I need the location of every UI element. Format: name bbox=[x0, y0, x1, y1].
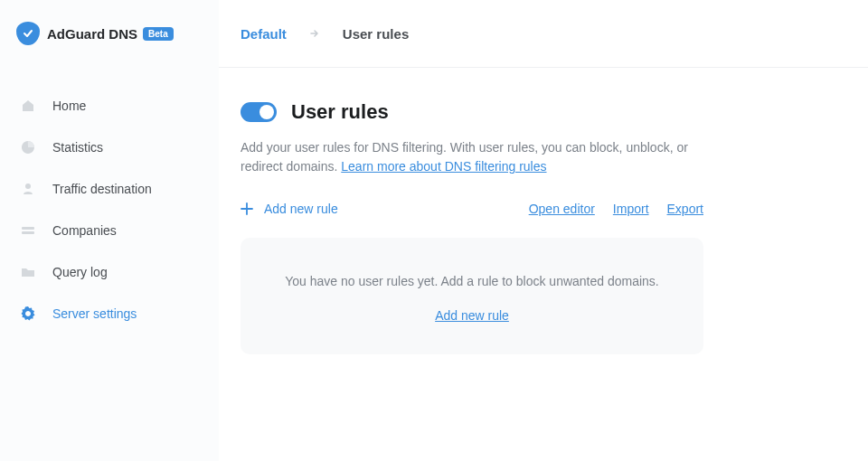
right-actions: Open editor Import Export bbox=[529, 202, 703, 216]
plus-icon bbox=[241, 202, 253, 215]
sidebar-nav: Home Statistics Traffic destination Comp… bbox=[0, 71, 219, 334]
page-title: User rules bbox=[291, 100, 389, 124]
sidebar-item-home[interactable]: Home bbox=[0, 85, 219, 127]
export-link[interactable]: Export bbox=[667, 202, 703, 216]
sidebar-item-label: Home bbox=[52, 99, 86, 113]
home-icon bbox=[20, 98, 36, 114]
title-row: User rules bbox=[241, 100, 703, 124]
content: User rules Add your user rules for DNS f… bbox=[219, 68, 725, 376]
sidebar-item-label: Statistics bbox=[52, 140, 103, 155]
beta-badge: Beta bbox=[143, 27, 174, 41]
page-description: Add your user rules for DNS filtering. W… bbox=[241, 138, 703, 176]
add-new-rule-button[interactable]: Add new rule bbox=[241, 202, 338, 216]
lines-icon bbox=[20, 222, 36, 239]
actions-row: Add new rule Open editor Import Export bbox=[241, 202, 703, 216]
add-new-rule-label: Add new rule bbox=[264, 202, 338, 216]
sidebar: AdGuard DNS Beta Home Statistics Traffic… bbox=[0, 0, 219, 461]
sidebar-item-statistics[interactable]: Statistics bbox=[0, 127, 219, 168]
breadcrumb: Default User rules bbox=[219, 0, 868, 68]
empty-state-card: You have no user rules yet. Add a rule t… bbox=[241, 238, 703, 354]
sidebar-item-server-settings[interactable]: Server settings bbox=[0, 293, 219, 334]
empty-add-rule-link[interactable]: Add new rule bbox=[435, 308, 509, 323]
cloud-check-icon bbox=[16, 22, 40, 45]
svg-rect-1 bbox=[22, 227, 34, 230]
folder-icon bbox=[20, 264, 36, 280]
brand-name: AdGuard DNS bbox=[47, 26, 137, 42]
sidebar-item-label: Companies bbox=[52, 223, 117, 238]
gear-icon bbox=[20, 306, 36, 322]
breadcrumb-root[interactable]: Default bbox=[241, 26, 287, 42]
svg-point-0 bbox=[25, 183, 31, 189]
sidebar-item-label: Server settings bbox=[52, 306, 137, 321]
learn-more-link[interactable]: Learn more about DNS filtering rules bbox=[341, 159, 546, 174]
person-pin-icon bbox=[20, 181, 36, 197]
sidebar-item-label: Query log bbox=[52, 265, 108, 279]
import-link[interactable]: Import bbox=[613, 202, 649, 216]
sidebar-item-traffic[interactable]: Traffic destination bbox=[0, 168, 219, 210]
breadcrumb-current: User rules bbox=[343, 26, 409, 42]
user-rules-toggle[interactable] bbox=[241, 102, 277, 122]
open-editor-link[interactable]: Open editor bbox=[529, 202, 595, 216]
sidebar-item-companies[interactable]: Companies bbox=[0, 210, 219, 251]
sidebar-item-querylog[interactable]: Query log bbox=[0, 251, 219, 293]
empty-state-text: You have no user rules yet. Add a rule t… bbox=[277, 272, 667, 291]
main: Default User rules User rules Add your u… bbox=[219, 0, 868, 461]
pie-chart-icon bbox=[20, 139, 36, 155]
brand-logo[interactable]: AdGuard DNS Beta bbox=[0, 22, 219, 71]
arrow-right-icon bbox=[308, 27, 321, 40]
sidebar-item-label: Traffic destination bbox=[52, 182, 152, 196]
svg-rect-2 bbox=[22, 231, 34, 234]
